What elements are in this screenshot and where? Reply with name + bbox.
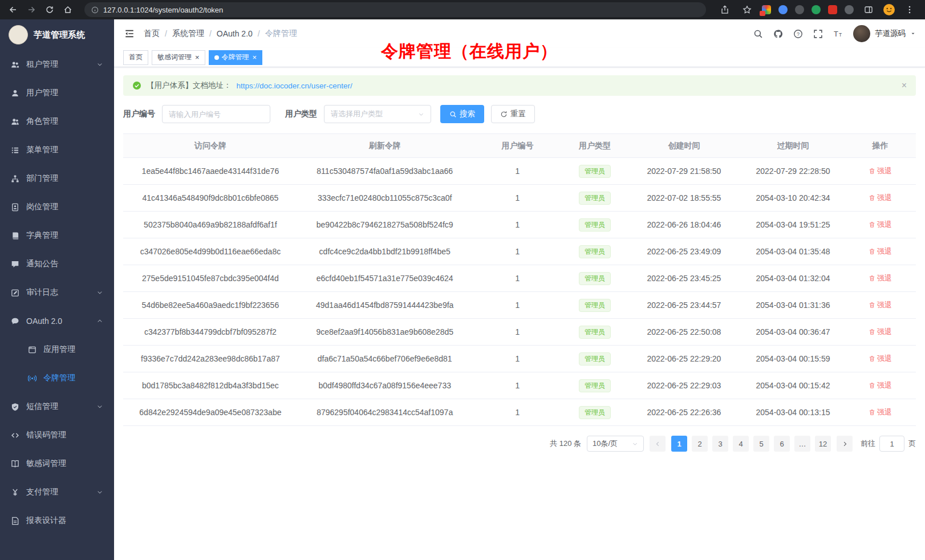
github-icon[interactable] bbox=[773, 29, 783, 39]
user-menu[interactable]: 芋道源码 bbox=[853, 25, 916, 42]
sidebar-item-label: 字典管理 bbox=[26, 230, 58, 241]
expire-time-cell: 2054-03-04 01:31:36 bbox=[741, 292, 845, 319]
user-type-cell: 管理员 bbox=[563, 212, 626, 238]
tab-close-icon[interactable]: × bbox=[195, 54, 200, 61]
user-id-cell: 1 bbox=[472, 265, 563, 292]
user-id-input[interactable] bbox=[162, 105, 270, 123]
table-row: b0d1785bc3a8482f812db4a3f3bd15ecb0df4980… bbox=[123, 372, 916, 399]
search-button[interactable]: 搜索 bbox=[440, 105, 484, 123]
share-icon[interactable] bbox=[717, 2, 732, 17]
extension-icon[interactable] bbox=[762, 5, 771, 14]
sidebar-item-部门管理[interactable]: 部门管理 bbox=[0, 164, 114, 193]
sidebar-item-label: 部门管理 bbox=[26, 173, 58, 184]
user-type-placeholder: 请选择用户类型 bbox=[331, 109, 383, 119]
goto-page-input[interactable] bbox=[879, 436, 904, 452]
force-logout-button[interactable]: 强退 bbox=[869, 327, 892, 337]
doc-alert: 【用户体系】文档地址： https://doc.iocoder.cn/user-… bbox=[123, 75, 916, 96]
home-button[interactable] bbox=[60, 2, 75, 17]
sidebar-item-短信管理[interactable]: 短信管理 bbox=[0, 392, 114, 421]
back-button[interactable] bbox=[6, 2, 21, 17]
pagination-page-12[interactable]: 12 bbox=[815, 436, 831, 452]
site-info-icon[interactable] bbox=[91, 6, 99, 14]
pagination-page-4[interactable]: 4 bbox=[733, 436, 749, 452]
fullscreen-icon[interactable] bbox=[813, 29, 823, 39]
sidebar-item-错误码管理[interactable]: 错误码管理 bbox=[0, 421, 114, 449]
sidebar-item-用户管理[interactable]: 用户管理 bbox=[0, 79, 114, 107]
sidebar-item-支付管理[interactable]: 支付管理 bbox=[0, 478, 114, 506]
browser-profile-avatar[interactable] bbox=[883, 4, 895, 15]
pagination-page-6[interactable]: 6 bbox=[774, 436, 790, 452]
pagination-ellipsis[interactable]: … bbox=[794, 436, 810, 452]
sidebar-item-令牌管理[interactable]: 令牌管理 bbox=[0, 364, 114, 392]
force-logout-button[interactable]: 强退 bbox=[869, 220, 892, 230]
sidebar-item-通知公告[interactable]: 通知公告 bbox=[0, 250, 114, 278]
doc-link[interactable]: https://doc.iocoder.cn/user-center/ bbox=[237, 82, 352, 90]
force-logout-button[interactable]: 强退 bbox=[869, 380, 892, 391]
user-type-select[interactable]: 请选择用户类型 bbox=[324, 105, 431, 123]
created-time-cell: 2022-06-25 22:29:03 bbox=[627, 372, 742, 399]
browser-menu-icon[interactable] bbox=[902, 2, 917, 17]
font-size-icon[interactable]: TT bbox=[833, 29, 843, 39]
extension-icon[interactable] bbox=[812, 5, 821, 14]
expire-time-cell: 2054-03-10 20:42:34 bbox=[741, 185, 845, 212]
force-logout-button[interactable]: 强退 bbox=[869, 273, 892, 283]
breadcrumb-item[interactable]: 首页 bbox=[144, 29, 160, 39]
column-header: 访问令牌 bbox=[123, 134, 298, 158]
pagination-page-2[interactable]: 2 bbox=[692, 436, 708, 452]
sidebar-item-label: 支付管理 bbox=[26, 487, 58, 497]
force-logout-button[interactable]: 强退 bbox=[869, 246, 892, 257]
svg-text:T: T bbox=[834, 30, 838, 38]
user-type-badge: 管理员 bbox=[579, 326, 611, 339]
forward-button[interactable] bbox=[24, 2, 39, 17]
prev-page-button[interactable] bbox=[650, 436, 666, 452]
sidebar-item-字典管理[interactable]: 字典管理 bbox=[0, 221, 114, 250]
next-page-button[interactable] bbox=[837, 436, 853, 452]
sidebar-item-审计日志[interactable]: 审计日志 bbox=[0, 278, 114, 307]
tab-敏感词管理[interactable]: 敏感词管理× bbox=[152, 50, 205, 65]
extension-icon[interactable] bbox=[828, 5, 837, 14]
tab-close-icon[interactable]: × bbox=[253, 54, 257, 61]
expire-time-cell: 2054-03-04 00:36:47 bbox=[741, 319, 845, 346]
sidebar-item-角色管理[interactable]: 角色管理 bbox=[0, 107, 114, 136]
alert-close-icon[interactable]: × bbox=[902, 80, 907, 91]
force-logout-button[interactable]: 强退 bbox=[869, 166, 892, 176]
bookmark-star-icon[interactable] bbox=[740, 2, 754, 17]
extension-icon[interactable] bbox=[778, 5, 788, 14]
sidebar-toggle-icon[interactable] bbox=[123, 27, 136, 40]
split-view-icon[interactable] bbox=[861, 2, 876, 17]
sensitive-word-icon bbox=[11, 460, 19, 468]
extension-icon[interactable] bbox=[845, 5, 854, 14]
user-type-cell: 管理员 bbox=[563, 185, 626, 212]
pagination: 共 120 条 10条/页 123456…12 前往 页 bbox=[123, 436, 916, 452]
breadcrumb-item[interactable]: OAuth 2.0 bbox=[217, 29, 253, 38]
help-icon[interactable]: ? bbox=[793, 29, 803, 39]
force-logout-button[interactable]: 强退 bbox=[869, 354, 892, 364]
extension-icon[interactable] bbox=[795, 5, 804, 14]
address-bar[interactable]: 127.0.0.1:1024/system/oauth2/token bbox=[84, 2, 706, 17]
pagination-page-5[interactable]: 5 bbox=[753, 436, 769, 452]
sidebar-item-报表设计器[interactable]: 报表设计器 bbox=[0, 506, 114, 535]
sidebar-item-应用管理[interactable]: 应用管理 bbox=[0, 335, 114, 364]
force-logout-button[interactable]: 强退 bbox=[869, 300, 892, 310]
app-logo[interactable]: 芋道管理系统 bbox=[0, 19, 114, 50]
pagination-page-3[interactable]: 3 bbox=[712, 436, 728, 452]
search-icon[interactable] bbox=[753, 29, 763, 39]
sidebar-item-敏感词管理[interactable]: 敏感词管理 bbox=[0, 449, 114, 478]
sidebar-item-租户管理[interactable]: 租户管理 bbox=[0, 50, 114, 79]
breadcrumb-item[interactable]: 系统管理 bbox=[172, 29, 204, 39]
created-time-cell: 2022-06-25 23:49:09 bbox=[627, 238, 742, 265]
tab-首页[interactable]: 首页 bbox=[123, 50, 148, 65]
reload-button[interactable] bbox=[42, 2, 57, 17]
reset-button[interactable]: 重置 bbox=[491, 105, 535, 123]
user-type-cell: 管理员 bbox=[563, 158, 626, 185]
page-size-select[interactable]: 10条/页 bbox=[587, 436, 644, 452]
sidebar-item-岗位管理[interactable]: 岗位管理 bbox=[0, 193, 114, 221]
pagination-page-1[interactable]: 1 bbox=[671, 436, 687, 452]
breadcrumb-separator: / bbox=[165, 29, 167, 38]
tab-令牌管理[interactable]: 令牌管理× bbox=[209, 50, 263, 65]
sidebar-item-菜单管理[interactable]: 菜单管理 bbox=[0, 136, 114, 164]
sidebar-item-label: 敏感词管理 bbox=[26, 458, 66, 469]
sidebar-item-OAuth 2.0[interactable]: OAuth 2.0 bbox=[0, 307, 114, 335]
force-logout-button[interactable]: 强退 bbox=[869, 193, 892, 203]
force-logout-button[interactable]: 强退 bbox=[869, 407, 892, 417]
